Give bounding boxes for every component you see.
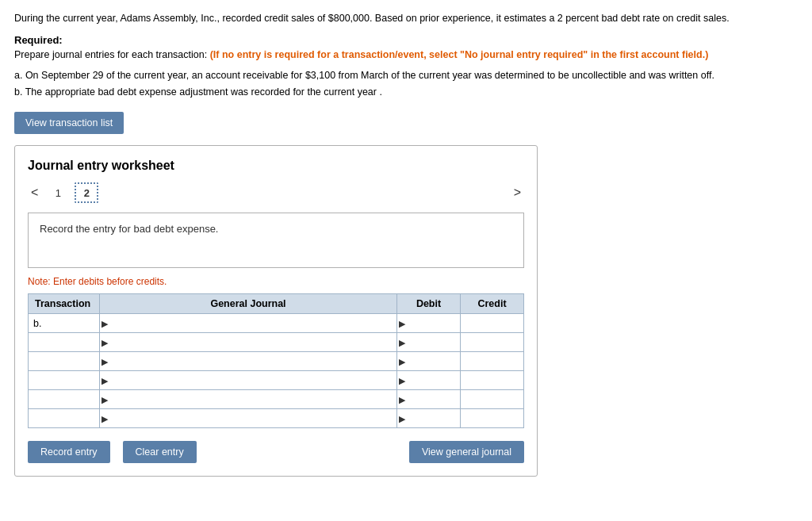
credit-input-5[interactable] (461, 409, 523, 427)
credit-input-0[interactable] (461, 314, 523, 332)
table-row: ▶▶ (29, 371, 524, 390)
clear-entry-button[interactable]: Clear entry (123, 441, 197, 463)
instruction-orange: (If no entry is required for a transacti… (210, 49, 709, 60)
table-row: ▶▶ (29, 352, 524, 371)
transaction-cell-5 (29, 409, 100, 428)
scenario-b: b. The appropriate bad debt expense adju… (14, 84, 798, 101)
general-journal-cell-0[interactable]: ▶ (100, 314, 397, 333)
nav-tab-1[interactable]: 1 (46, 182, 70, 203)
general-journal-cell-1[interactable]: ▶ (100, 333, 397, 352)
transaction-cell-1 (29, 333, 100, 352)
debit-input-0[interactable] (397, 314, 460, 332)
general-journal-cell-4[interactable]: ▶ (100, 390, 397, 409)
table-row: ▶▶ (29, 333, 524, 352)
debit-cell-5[interactable]: ▶ (397, 409, 461, 428)
debit-input-3[interactable] (397, 371, 460, 389)
debit-input-5[interactable] (397, 409, 460, 427)
debit-cell-4[interactable]: ▶ (397, 390, 461, 409)
credit-cell-1[interactable] (461, 333, 524, 352)
debit-input-4[interactable] (397, 390, 460, 408)
nav-left-arrow[interactable]: < (28, 186, 41, 200)
entry-description: Record the entry for bad debt expense. (28, 213, 524, 268)
general-journal-input-5[interactable] (100, 409, 396, 427)
transaction-cell-0: b. (29, 314, 100, 333)
credit-cell-0[interactable] (461, 314, 524, 333)
general-journal-input-4[interactable] (100, 390, 396, 408)
instruction-plain: Prepare journal entries for each transac… (14, 49, 210, 60)
nav-tab-2[interactable]: 2 (75, 182, 98, 203)
scenario-a: a. On September 29 of the current year, … (14, 67, 798, 84)
journal-table: Transaction General Journal Debit Credit… (28, 293, 524, 428)
intro-text: During the current year, Adams Assembly,… (14, 11, 798, 26)
record-entry-button[interactable]: Record entry (28, 441, 110, 463)
debit-cell-3[interactable]: ▶ (397, 371, 461, 390)
transaction-cell-4 (29, 390, 100, 409)
worksheet-title: Journal entry worksheet (28, 159, 524, 173)
credit-input-2[interactable] (461, 352, 523, 370)
credit-input-3[interactable] (461, 371, 523, 389)
table-row: ▶▶ (29, 409, 524, 428)
col-header-transaction: Transaction (29, 294, 100, 314)
debit-cell-0[interactable]: ▶ (397, 314, 461, 333)
col-header-debit: Debit (397, 294, 461, 314)
credit-input-1[interactable] (461, 333, 523, 351)
general-journal-input-3[interactable] (100, 371, 396, 389)
debit-cell-2[interactable]: ▶ (397, 352, 461, 371)
scenarios: a. On September 29 of the current year, … (14, 67, 798, 102)
action-buttons: Record entry Clear entry View general jo… (28, 441, 524, 463)
col-header-general-journal: General Journal (100, 294, 397, 314)
general-journal-cell-5[interactable]: ▶ (100, 409, 397, 428)
journal-entry-worksheet: Journal entry worksheet < 1 2 > Record t… (14, 145, 538, 477)
debit-cell-1[interactable]: ▶ (397, 333, 461, 352)
credit-cell-4[interactable] (461, 390, 524, 409)
transaction-cell-2 (29, 352, 100, 371)
debit-input-1[interactable] (397, 333, 460, 351)
general-journal-cell-2[interactable]: ▶ (100, 352, 397, 371)
nav-right-arrow[interactable]: > (511, 186, 524, 200)
worksheet-nav: < 1 2 > (28, 182, 524, 203)
required-label: Required: (14, 34, 798, 46)
transaction-cell-3 (29, 371, 100, 390)
view-general-journal-button[interactable]: View general journal (409, 441, 524, 463)
credit-input-4[interactable] (461, 390, 523, 408)
instruction-text: Prepare journal entries for each transac… (14, 48, 798, 63)
note-text: Note: Enter debits before credits. (28, 276, 524, 287)
debit-input-2[interactable] (397, 352, 460, 370)
general-journal-cell-3[interactable]: ▶ (100, 371, 397, 390)
general-journal-input-2[interactable] (100, 352, 396, 370)
table-row: ▶▶ (29, 390, 524, 409)
credit-cell-5[interactable] (461, 409, 524, 428)
col-header-credit: Credit (461, 294, 524, 314)
general-journal-input-1[interactable] (100, 333, 396, 351)
general-journal-input-0[interactable] (100, 314, 396, 332)
credit-cell-2[interactable] (461, 352, 524, 371)
credit-cell-3[interactable] (461, 371, 524, 390)
view-transaction-button[interactable]: View transaction list (14, 112, 124, 134)
table-row: b.▶▶ (29, 314, 524, 333)
